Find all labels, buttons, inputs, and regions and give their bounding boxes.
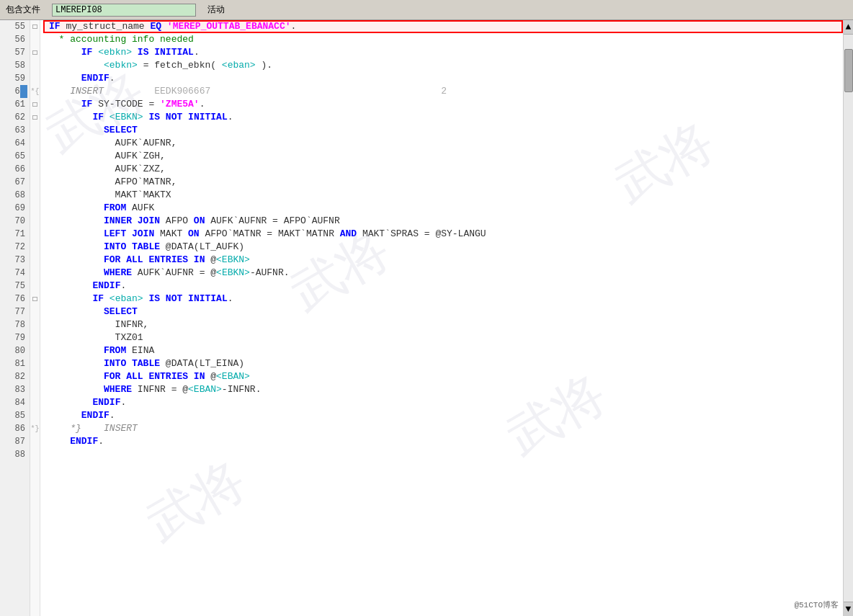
code-line-62: IF <EBKN> IS NOT INITIAL. xyxy=(43,111,843,124)
code-line-60: INSERT EEDK906667 2 xyxy=(43,85,843,98)
fold-86: *} xyxy=(30,422,40,435)
code-line-61: IF SY-TCODE = 'ZME5A'. xyxy=(43,98,843,111)
line-num-74: 74 xyxy=(0,267,30,280)
code-line-81: INTO TABLE @DATA(LT_EINA) xyxy=(43,357,843,370)
line-num-78: 78 xyxy=(0,318,30,331)
scroll-down-button[interactable]: ▼ xyxy=(844,602,853,616)
fold-57[interactable]: □ xyxy=(30,46,40,59)
code-line-85: ENDIF. xyxy=(43,409,843,422)
line-num-85: 85 xyxy=(0,409,30,422)
scroll-up-button[interactable]: ▲ xyxy=(844,20,853,35)
fold-88 xyxy=(30,448,40,461)
line-num-67: 67 xyxy=(0,176,30,189)
code-line-57: IF <ebkn> IS INITIAL. xyxy=(43,46,843,59)
scrollbar-thumb[interactable] xyxy=(844,49,853,92)
code-line-87: ENDIF. xyxy=(43,435,843,448)
fold-84 xyxy=(30,396,40,409)
fold-82 xyxy=(30,370,40,383)
fold-81 xyxy=(30,357,40,370)
fold-62[interactable]: □ xyxy=(30,111,40,124)
fold-60: *{ xyxy=(30,85,40,98)
code-line-66: AUFK`ZXZ, xyxy=(43,163,843,176)
code-line-58: <ebkn> = fetch_ebkn( <eban> ). xyxy=(43,59,843,72)
footer-label: @51CTO博客 xyxy=(794,599,839,610)
fold-56 xyxy=(30,33,40,46)
code-line-69: FROM AUFK xyxy=(43,202,843,215)
line-num-82: 82 xyxy=(0,370,30,383)
top-bar: 包含文件 活动 xyxy=(0,0,853,20)
code-line-59: ENDIF. xyxy=(43,72,843,85)
fold-58 xyxy=(30,59,40,72)
vertical-scrollbar[interactable]: ▲ ▼ xyxy=(843,20,853,616)
code-line-86: *} INSERT xyxy=(43,422,843,435)
line-num-62: 62 xyxy=(0,111,30,124)
code-line-84: ENDIF. xyxy=(43,396,843,409)
line-numbers: 55 56 57 58 59 60 61 62 63 64 65 66 67 6… xyxy=(0,20,30,616)
code-line-70: INNER JOIN AFPO ON AUFK`AUFNR = AFPO`AUF… xyxy=(43,215,843,228)
line-num-79: 79 xyxy=(0,331,30,344)
code-line-83: WHERE INFNR = @<EBAN>-INFNR. xyxy=(43,383,843,396)
fold-71 xyxy=(30,228,40,241)
code-line-63: SELECT xyxy=(43,124,843,137)
code-line-88 xyxy=(43,448,843,461)
line-num-68: 68 xyxy=(0,189,30,202)
code-content: IF my_struct_name EQ 'MEREP_OUTTAB_EBANA… xyxy=(40,20,843,616)
fold-63 xyxy=(30,124,40,137)
code-line-72: INTO TABLE @DATA(LT_AUFK) xyxy=(43,241,843,254)
fold-85 xyxy=(30,409,40,422)
line-num-84: 84 xyxy=(0,396,30,409)
line-num-64: 64 xyxy=(0,137,30,150)
label-include-file: 包含文件 xyxy=(6,4,40,16)
fold-77 xyxy=(30,305,40,318)
fold-83 xyxy=(30,383,40,396)
fold-87 xyxy=(30,435,40,448)
line-num-56: 56 xyxy=(0,33,30,46)
fold-59 xyxy=(30,72,40,85)
code-area: 武将 武将 武将 武将 武将 55 56 57 58 59 60 61 62 6… xyxy=(0,20,853,616)
line-num-81: 81 xyxy=(0,357,30,370)
fold-78 xyxy=(30,318,40,331)
line-num-72: 72 xyxy=(0,241,30,254)
fold-66 xyxy=(30,163,40,176)
line-num-76: 76 xyxy=(0,293,30,305)
line-num-57: 57 xyxy=(0,46,30,59)
fold-69 xyxy=(30,202,40,215)
line-num-70: 70 xyxy=(0,215,30,228)
fold-61[interactable]: □ xyxy=(30,98,40,111)
fold-72 xyxy=(30,241,40,254)
line-num-87: 87 xyxy=(0,435,30,448)
code-line-78: INFNR, xyxy=(43,318,843,331)
fold-80 xyxy=(30,344,40,357)
code-line-76: IF <eban> IS NOT INITIAL. xyxy=(43,293,843,305)
code-line-82: FOR ALL ENTRIES IN @<EBAN> xyxy=(43,370,843,383)
fold-79 xyxy=(30,331,40,344)
file-input[interactable] xyxy=(52,4,196,17)
code-line-67: AFPO`MATNR, xyxy=(43,176,843,189)
fold-75 xyxy=(30,280,40,293)
line-num-58: 58 xyxy=(0,59,30,72)
code-line-80: FROM EINA xyxy=(43,344,843,357)
line-num-80: 80 xyxy=(0,344,30,357)
code-line-73: FOR ALL ENTRIES IN @<EBKN> xyxy=(43,254,843,267)
fold-67 xyxy=(30,176,40,189)
code-line-74: WHERE AUFK`AUFNR = @<EBKN>-AUFNR. xyxy=(43,267,843,280)
fold-64 xyxy=(30,137,40,150)
line-num-77: 77 xyxy=(0,305,30,318)
line-num-75: 75 xyxy=(0,280,30,293)
code-line-55: IF my_struct_name EQ 'MEREP_OUTTAB_EBANA… xyxy=(43,20,843,33)
code-line-79: TXZ01 xyxy=(43,331,843,344)
line-num-83: 83 xyxy=(0,383,30,396)
fold-74 xyxy=(30,267,40,280)
code-line-64: AUFK`AUFNR, xyxy=(43,137,843,150)
line-num-65: 65 xyxy=(0,150,30,163)
fold-55[interactable]: □ xyxy=(30,20,40,33)
code-line-68: MAKT`MAKTX xyxy=(43,189,843,202)
code-line-75: ENDIF. xyxy=(43,280,843,293)
line-num-73: 73 xyxy=(0,254,30,267)
fold-65 xyxy=(30,150,40,163)
code-line-77: SELECT xyxy=(43,305,843,318)
line-num-55: 55 xyxy=(0,20,30,33)
code-line-65: AUFK`ZGH, xyxy=(43,150,843,163)
status-label: 活动 xyxy=(207,4,225,16)
fold-76[interactable]: □ xyxy=(30,293,40,305)
